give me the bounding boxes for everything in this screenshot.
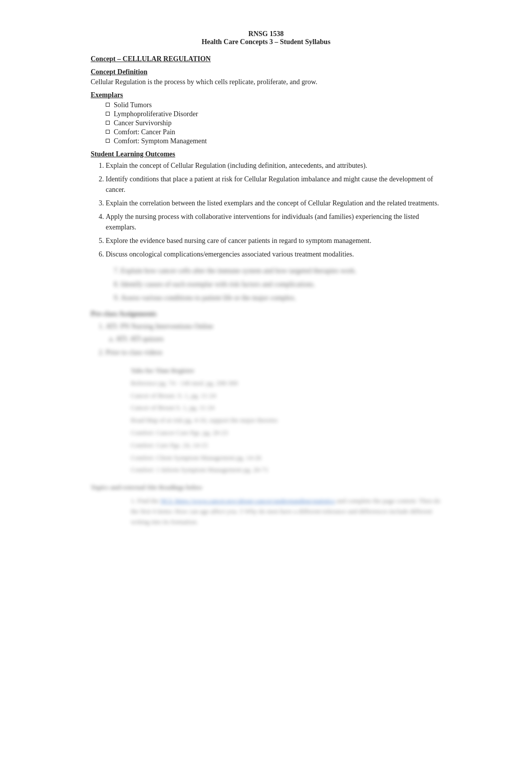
bullet-icon (106, 139, 110, 143)
list-item: Lymphoproliferative Disorder (106, 110, 441, 118)
list-item: Comfort: Symptom Management (106, 137, 441, 145)
exemplar-item-4: Comfort: Cancer Pain (114, 128, 175, 136)
page-header: RNSG 1538 Health Care Concepts 3 – Stude… (91, 30, 441, 46)
list-item: Identify causes of each exemplar with ri… (121, 279, 441, 290)
list-item: Solid Tumors (106, 101, 441, 109)
outcomes-section: Student Learning Outcomes Explain the co… (91, 150, 441, 259)
readings-heading: Topics and external Site Readings below (91, 482, 441, 493)
blurred-preclass-section: Pre-class Assignments ATI: PN Nursing In… (91, 310, 441, 358)
preclass-heading: Pre-class Assignments (91, 310, 441, 318)
blurred-table-line-5: Comfort: Cancer Care Pgs. pg. 20-23 (131, 428, 441, 438)
bullet-icon (106, 121, 110, 125)
bullet-icon (106, 130, 110, 134)
blurred-table-section: Tabs for Time Register Reference pg. 74 … (91, 366, 441, 475)
list-item: Comfort: Cancer Pain (106, 128, 441, 136)
concept-heading: Concept – CELLULAR REGULATION (91, 55, 441, 63)
exemplars-section: Exemplars Solid Tumors Lymphoproliferati… (91, 91, 441, 145)
blurred-section-1: Explain how cancer cells alter the immun… (106, 266, 441, 303)
list-item: Prior to class videos (106, 347, 441, 358)
exemplar-item-2: Lymphoproliferative Disorder (114, 110, 198, 118)
outcomes-label: Student Learning Outcomes (91, 150, 441, 158)
readings-item: 1. Find the NCI: https://www.cancer.gov/… (131, 496, 441, 527)
blurred-table-line-7: Comfort: Client Symptom Management pg. 1… (131, 453, 441, 463)
list-item: Discuss oncological complications/emerge… (106, 249, 441, 259)
list-item: ATI: PN Nursing Interventions Online ATI… (106, 321, 441, 344)
blurred-table-line-2: Cancer of Breast. S. 1, pg. 11-24 (131, 391, 441, 401)
concept-definition-label: Concept Definition (91, 68, 441, 76)
blurred-readings-section: Topics and external Site Readings below … (91, 482, 441, 527)
concept-definition-text: Cellular Regulation is the process by wh… (91, 78, 441, 86)
blurred-table-line-3: Cancer of Breast S. 1, pg. 11-24 (131, 403, 441, 413)
page: RNSG 1538 Health Care Concepts 3 – Stude… (61, 10, 471, 761)
preclass-list: ATI: PN Nursing Interventions Online ATI… (106, 321, 441, 358)
list-item: Identify conditions that place a patient… (106, 174, 441, 195)
blurred-table-line-4: Road Map of at risk pg. 4-16, support th… (131, 415, 441, 426)
list-item: Explain how cancer cells alter the immun… (121, 266, 441, 276)
exemplars-list: Solid Tumors Lymphoproliferative Disorde… (106, 101, 441, 145)
header-subtitle: Health Care Concepts 3 – Student Syllabu… (91, 38, 441, 46)
blurred-table-line-6: Comfort: Care Pgs. 24, 14-15 (131, 440, 441, 451)
list-item: Cancer Survivorship (106, 119, 441, 127)
list-item: ATI: ATI quizzes (116, 334, 441, 344)
blurred-table-heading: Tabs for Time Register (131, 366, 441, 376)
blurred-table-line-1: Reference pg. 74 - 140 med. pg. 298-300 (131, 378, 441, 389)
bullet-icon (106, 103, 110, 107)
bullet-icon (106, 112, 110, 116)
header-title: RNSG 1538 (91, 30, 441, 38)
blurred-table-line-8: Comfort: 1 Inform Symptom Management pg.… (131, 465, 441, 475)
list-item: Explain the concept of Cellular Regulati… (106, 160, 441, 171)
list-item: Explain the correlation between the list… (106, 198, 441, 208)
list-item: Assess various conditions to patient lif… (121, 293, 441, 303)
list-item: Apply the nursing process with collabora… (106, 211, 441, 232)
exemplar-item-3: Cancer Survivorship (114, 119, 171, 127)
exemplar-item-1: Solid Tumors (114, 101, 152, 109)
list-item: Explore the evidence based nursing care … (106, 235, 441, 246)
exemplar-item-5: Comfort: Symptom Management (114, 137, 207, 145)
blurred-outcomes-list: Explain how cancer cells alter the immun… (121, 266, 441, 303)
external-link[interactable]: NCI: https://www.cancer.gov/about-cancer… (160, 497, 335, 504)
exemplars-label: Exemplars (91, 91, 441, 99)
outcomes-list: Explain the concept of Cellular Regulati… (106, 160, 441, 259)
